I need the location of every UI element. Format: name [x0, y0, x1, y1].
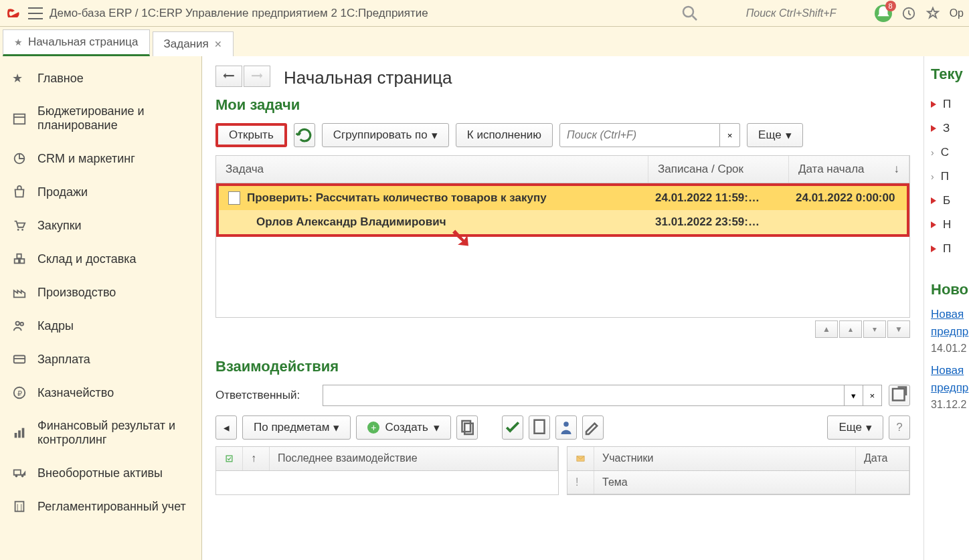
task-search-input[interactable] — [559, 123, 720, 147]
sidebar-item-treasury[interactable]: ₽ Казначейство — [0, 376, 201, 409]
ruble-icon: ₽ — [12, 385, 27, 400]
person-button[interactable] — [555, 415, 577, 440]
home-star-icon: ★ — [14, 37, 23, 48]
by-subjects-button[interactable]: По предметам ▾ — [242, 415, 351, 440]
right-pane: Теку П З ›С ›П Б Н П Ново Новая предпр 1… — [923, 56, 969, 560]
right-item[interactable]: Н — [931, 213, 962, 237]
pager-first[interactable]: ▲ — [815, 320, 838, 338]
card-icon — [12, 352, 27, 367]
triangle-red-icon — [931, 197, 936, 204]
copy-button[interactable] — [456, 415, 478, 440]
right-item[interactable]: П — [931, 237, 962, 261]
clear-search-button[interactable]: × — [720, 123, 740, 147]
back-button[interactable]: 🠔 — [215, 66, 242, 87]
doc-button[interactable] — [529, 415, 550, 440]
refresh-icon — [294, 124, 315, 147]
expand-button[interactable] — [889, 385, 910, 406]
svg-rect-25 — [893, 389, 905, 401]
svg-point-29 — [563, 422, 569, 427]
check-icon — [503, 416, 523, 439]
close-icon[interactable]: ✕ — [214, 39, 222, 50]
col-priority-icon[interactable]: ! — [567, 471, 594, 494]
pager-last[interactable]: ▼ — [887, 320, 910, 338]
global-search[interactable] — [634, 3, 855, 23]
col-recorded[interactable]: Записана / Срок — [648, 156, 789, 183]
sidebar-item-regulated[interactable]: Регламентированный учет — [0, 490, 201, 523]
expand-icon — [889, 385, 909, 405]
col-task[interactable]: Задача — [216, 156, 648, 183]
sidebar-item-sales[interactable]: Продажи — [0, 175, 201, 209]
more-button[interactable]: Еще ▾ — [747, 123, 803, 147]
interactions-header: Взаимодействия — [215, 358, 910, 375]
responsible-label: Ответственный: — [215, 389, 316, 402]
sidebar-item-crm[interactable]: CRM и маркетинг — [0, 142, 201, 175]
favorite-icon[interactable] — [926, 6, 940, 21]
global-search-input[interactable] — [746, 7, 851, 19]
star-icon: ★ — [12, 71, 27, 86]
col-date[interactable]: Дата — [856, 447, 909, 470]
svg-rect-10 — [17, 254, 21, 258]
my-tasks-header: Мои задачи — [215, 96, 910, 114]
task-row-selected[interactable]: Проверить: Рассчитать количество товаров… — [216, 183, 909, 237]
sidebar-item-finance[interactable]: Финансовый результат и контроллинг — [0, 409, 201, 456]
search-icon — [638, 3, 742, 23]
tab-tasks[interactable]: Задания ✕ — [153, 31, 234, 56]
right-item[interactable]: ›П — [931, 165, 962, 189]
sidebar-item-budgeting[interactable]: Бюджетирование и планирование — [0, 95, 201, 142]
col-last-interaction[interactable]: Последнее взаимодействие — [270, 447, 558, 470]
right-item[interactable]: ›С — [931, 141, 962, 165]
sidebar-item-purchases[interactable]: Закупки — [0, 209, 201, 242]
check-button[interactable] — [502, 415, 523, 440]
help-button[interactable]: ? — [889, 415, 910, 440]
right-item[interactable]: П — [931, 92, 962, 116]
refresh-button[interactable] — [294, 123, 315, 147]
user-label[interactable]: Ор — [950, 7, 964, 19]
bars-icon — [12, 426, 27, 440]
news-link[interactable]: Новая — [931, 364, 962, 377]
tab-home[interactable]: ★ Начальная страница — [3, 29, 150, 56]
dropdown-button[interactable]: ▾ — [845, 385, 863, 406]
pager-up[interactable]: ▴ — [839, 320, 862, 338]
col-participants[interactable]: Участники — [594, 447, 856, 470]
right-item[interactable]: Б — [931, 189, 962, 213]
notifications-icon[interactable] — [875, 5, 892, 22]
forward-button[interactable]: 🠖 — [244, 66, 270, 87]
sidebar-item-salary[interactable]: Зарплата — [0, 343, 201, 376]
responsible-input[interactable] — [323, 385, 845, 406]
sort-down-icon: ↓ — [894, 163, 900, 176]
inter-more-button[interactable]: Еще ▾ — [827, 415, 883, 440]
svg-rect-26 — [462, 421, 470, 432]
interactions-table-right: Участники Дата ! Тема — [567, 446, 910, 495]
menu-icon[interactable] — [28, 7, 43, 19]
group-by-button[interactable]: Сгруппировать по ▾ — [322, 123, 449, 147]
news-link[interactable]: Новая — [931, 308, 962, 321]
sidebar-item-hr[interactable]: Кадры — [0, 309, 201, 343]
right-item[interactable]: З — [931, 116, 962, 141]
logo-1c-icon — [5, 5, 21, 21]
create-button[interactable]: + Создать ▾ — [356, 415, 451, 440]
col-mail-icon[interactable] — [567, 447, 594, 470]
open-button[interactable]: Открыть — [215, 123, 287, 147]
pager-down[interactable]: ▾ — [863, 320, 886, 338]
news-link[interactable]: предпр — [931, 381, 962, 395]
calendar-icon — [12, 111, 27, 126]
col-subject[interactable]: Тема — [594, 471, 856, 494]
svg-point-7 — [21, 229, 23, 231]
news-link[interactable]: предпр — [931, 325, 962, 339]
triangle-red-icon — [931, 246, 936, 252]
sidebar-item-assets[interactable]: Внеоборотные активы — [0, 456, 201, 490]
to-execute-button[interactable]: К исполнению — [456, 123, 553, 147]
svg-rect-18 — [18, 430, 21, 438]
sidebar-item-warehouse[interactable]: Склад и доставка — [0, 242, 201, 276]
history-icon[interactable] — [901, 6, 916, 21]
svg-point-6 — [17, 229, 19, 231]
col-check-icon[interactable] — [216, 447, 243, 470]
edit-button[interactable] — [582, 415, 604, 440]
chevron-right-icon: › — [931, 147, 934, 158]
col-sort[interactable]: ↑ — [243, 447, 270, 470]
collapse-left-button[interactable]: ◂ — [215, 415, 237, 440]
clear-button[interactable]: × — [863, 385, 882, 406]
sidebar-item-production[interactable]: Производство — [0, 276, 201, 309]
sidebar-item-main[interactable]: ★ Главное — [0, 62, 201, 95]
col-start[interactable]: Дата начала↓ — [789, 156, 909, 183]
